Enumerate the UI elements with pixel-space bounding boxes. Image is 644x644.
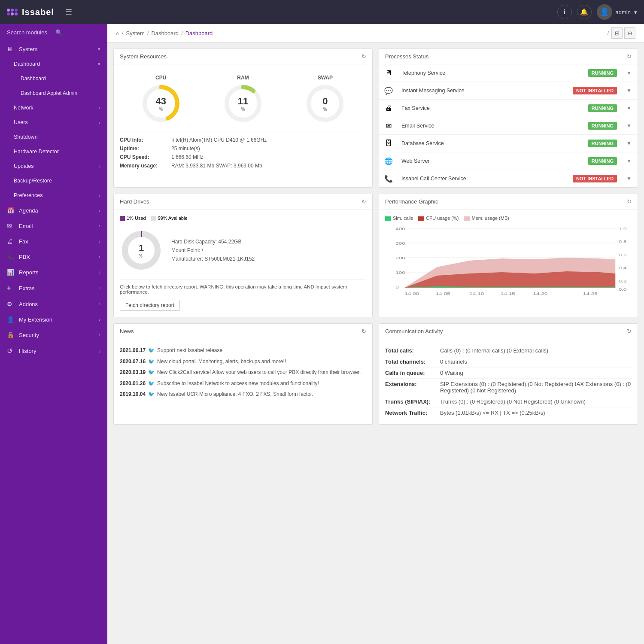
breadcrumb-right: / ⊞ ⊕ <box>607 27 635 39</box>
hard-drives-body: 1% Used 99% Available 1 % <box>114 210 372 317</box>
system-icon: 🖥 <box>7 46 15 52</box>
sys-info-memory: Memory usage: RAM: 3,933.81 Mb SWAP: 3,9… <box>120 161 366 170</box>
svg-text:0.6: 0.6 <box>619 253 627 257</box>
sidebar-item-agenda[interactable]: 📅 Agenda › <box>0 203 107 218</box>
sidebar: Search modules 🔍 🖥 System ▾ Dashboard ▾ … <box>0 24 107 644</box>
sidebar-item-label: Fax <box>19 238 28 245</box>
info-button[interactable]: ℹ <box>557 5 572 19</box>
sys-info-cpu: CPU Info: Intel(R) Atom(TM) CPU D410 @ 1… <box>120 136 366 144</box>
news-text: New Click2Call service! Allow your web u… <box>157 368 361 377</box>
sidebar-item-network[interactable]: Network › <box>0 100 107 115</box>
sidebar-item-extras[interactable]: + Extras › <box>0 280 107 296</box>
svg-text:14:20: 14:20 <box>533 292 547 295</box>
fax-icon: 🖨 <box>7 238 15 245</box>
svg-text:200: 200 <box>395 256 405 260</box>
chevron-right-icon: › <box>99 332 100 337</box>
sidebar-item-backup[interactable]: Backup/Restore <box>0 173 107 188</box>
status-badge: RUNNING <box>588 122 617 130</box>
performance-header: Performance Graphic ↻ <box>379 194 638 210</box>
processes-title: Processes Status <box>385 53 428 60</box>
news-text: New Issabel UCR Micro appliance. 4 FXO. … <box>157 390 313 399</box>
sidebar-item-label: Users <box>14 119 28 125</box>
performance-chart: 400 300 200 100 0 1.0 0.8 0.6 0.4 0.2 0.… <box>385 224 632 301</box>
news-date: 2020.03.19 <box>120 368 146 377</box>
process-dropdown-button[interactable]: ▼ <box>624 88 634 94</box>
news-date: 2021.06.17 <box>120 346 146 355</box>
hd-warning: Click below to fetch directory report. W… <box>120 279 366 297</box>
breadcrumb-system[interactable]: System <box>126 30 144 36</box>
hard-drives-header: Hard Drives ↻ <box>114 194 372 210</box>
sidebar-item-dashboard-link[interactable]: Dashboard <box>0 71 107 86</box>
process-icon: 📞 <box>383 173 395 185</box>
ram-percent: % <box>238 107 248 112</box>
system-resources-card: System Resources ↻ CPU <box>113 49 373 188</box>
process-dropdown-button[interactable]: ▼ <box>624 140 634 146</box>
sidebar-item-hardware[interactable]: Hardware Detector <box>0 144 107 159</box>
system-resources-header: System Resources ↻ <box>114 49 372 64</box>
process-name: Web Server <box>401 158 430 164</box>
svg-text:400: 400 <box>395 227 405 231</box>
uptime-label: Uptime: <box>120 146 167 152</box>
sidebar-item-label: Security <box>19 332 39 338</box>
status-badge: RUNNING <box>588 157 617 165</box>
sidebar-item-security[interactable]: 🔒 Security › <box>0 327 107 343</box>
process-dropdown-button[interactable]: ▼ <box>624 158 634 164</box>
process-dropdown-button[interactable]: ▼ <box>624 123 634 129</box>
sidebar-item-label: Dashboard <box>14 61 40 67</box>
twitter-icon: 🐦 <box>148 346 155 355</box>
sidebar-item-preferences[interactable]: Preferences › <box>0 188 107 203</box>
process-dropdown-button[interactable]: ▼ <box>624 70 634 76</box>
table-row: 🗄 Database Service RUNNING ▼ <box>379 135 638 152</box>
agenda-icon: 📅 <box>7 207 15 214</box>
used-legend: 1% Used <box>127 216 146 221</box>
main-layout: Search modules 🔍 🖥 System ▾ Dashboard ▾ … <box>0 24 644 644</box>
sidebar-item-dashboard-applet[interactable]: Dashboard Applet Admin <box>0 86 107 100</box>
hamburger-button[interactable]: ☰ <box>65 7 72 17</box>
chevron-right-icon: › <box>99 301 100 307</box>
search-bar[interactable]: Search modules 🔍 <box>0 24 107 41</box>
process-dropdown-button[interactable]: ▼ <box>624 176 634 182</box>
hd-mount: Mount Point: / <box>171 246 255 255</box>
sidebar-item-system[interactable]: 🖥 System ▾ <box>0 41 107 57</box>
sidebar-item-pbx[interactable]: 📞 PBX › <box>0 249 107 264</box>
sidebar-item-fax[interactable]: 🖨 Fax › <box>0 234 107 249</box>
notifications-button[interactable]: 🔔 <box>577 5 592 19</box>
home-icon[interactable]: ⌂ <box>116 30 119 36</box>
comm-refresh-button[interactable]: ↻ <box>627 328 632 334</box>
process-name: Instant Messaging Service <box>401 88 465 94</box>
user-menu[interactable]: 👤 admin ▾ <box>597 4 637 20</box>
sidebar-item-updates[interactable]: Updates › <box>0 159 107 173</box>
news-refresh-button[interactable]: ↻ <box>361 328 366 334</box>
sidebar-item-users[interactable]: Users › <box>0 115 107 130</box>
process-dropdown-button[interactable]: ▼ <box>624 105 634 111</box>
performance-refresh-button[interactable]: ↻ <box>627 198 632 205</box>
news-text: Support next Issabel release <box>157 346 222 355</box>
sidebar-item-label: Backup/Restore <box>14 178 52 184</box>
cpu-percent: % <box>155 107 166 112</box>
sidebar-item-label: History <box>19 348 36 354</box>
ram-value: 11 <box>238 96 248 106</box>
chevron-right-icon: › <box>99 208 100 213</box>
breadcrumb-dashboard-parent[interactable]: Dashboard <box>151 30 179 36</box>
sidebar-item-reports[interactable]: 📊 Reports › <box>0 264 107 280</box>
grid-view-button[interactable]: ⊞ <box>611 27 623 39</box>
sidebar-item-addons[interactable]: ⚙ Addons › <box>0 296 107 312</box>
sidebar-item-my-extension[interactable]: 👤 My Extension › <box>0 312 107 327</box>
list-item: 2021.06.17 🐦 Support next Issabel releas… <box>120 345 366 356</box>
process-name: Telephony Service <box>401 70 445 76</box>
top-header: Issabel ☰ ℹ 🔔 👤 admin ▾ <box>0 0 644 24</box>
sidebar-item-dashboard[interactable]: Dashboard ▾ <box>0 57 107 71</box>
table-row: 🖥 Telephony Service RUNNING ▼ <box>379 64 638 82</box>
addons-icon: ⚙ <box>7 301 15 307</box>
list-item: 2019.10.04 🐦 New Issabel UCR Micro appli… <box>120 389 366 400</box>
sidebar-item-history[interactable]: ↺ History › <box>0 343 107 359</box>
sidebar-item-email[interactable]: ✉ Email › <box>0 218 107 234</box>
settings-button[interactable]: ⊕ <box>624 27 635 39</box>
process-name: Email Service <box>401 123 434 129</box>
processes-refresh-button[interactable]: ↻ <box>627 53 632 60</box>
fetch-directory-button[interactable]: Fetch directory report <box>120 300 180 311</box>
cpu-label: CPU <box>142 75 180 81</box>
refresh-button[interactable]: ↻ <box>361 53 366 60</box>
sidebar-item-shutdown[interactable]: Shutdown <box>0 130 107 144</box>
hard-drives-refresh-button[interactable]: ↻ <box>361 198 366 205</box>
